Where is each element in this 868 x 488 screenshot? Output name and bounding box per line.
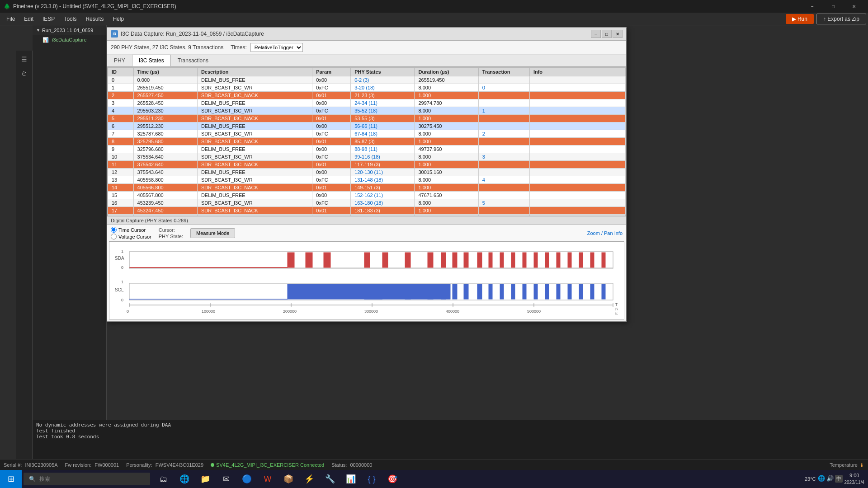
cell-phy[interactable]: 3-20 (18) (351, 84, 415, 92)
taskbar-explorer-icon[interactable]: 🗂 (154, 470, 174, 488)
menu-iesp[interactable]: IESP (38, 14, 59, 24)
taskbar-vscode-icon[interactable]: { } (362, 470, 382, 488)
cell-phy[interactable]: 21-23 (3) (351, 92, 415, 99)
taskbar-app-icon-3[interactable]: 🔧 (320, 470, 340, 488)
table-row[interactable]: 9 325796.680 DELIM_BUS_FREE 0x00 88-98 (… (108, 145, 626, 153)
menu-file[interactable]: File (2, 14, 19, 24)
taskbar-edge-icon[interactable]: 🌐 (175, 470, 194, 488)
times-dropdown[interactable]: RelativeToTrigger Absolute (250, 43, 303, 52)
time-cursor-radio[interactable] (111, 227, 117, 233)
cell-transaction[interactable]: 1 (478, 107, 529, 115)
cell-transaction[interactable] (478, 99, 529, 107)
taskbar-folder-icon[interactable]: 📁 (195, 470, 215, 488)
maximize-button[interactable]: □ (823, 0, 844, 13)
voltage-cursor-radio[interactable] (111, 234, 117, 239)
cell-phy[interactable]: 0-2 (3) (351, 76, 415, 84)
cell-phy[interactable]: 35-52 (18) (351, 107, 415, 115)
cell-transaction[interactable] (478, 122, 529, 130)
taskbar-mail-icon[interactable]: ✉ (216, 470, 236, 488)
time-cursor-option[interactable]: Time Cursor (111, 227, 151, 233)
search-bar[interactable]: 🔍 搜索 (24, 473, 150, 485)
digital-capture-header[interactable]: Digital Capture (PHY States 0-289) (107, 216, 626, 225)
taskbar-app-icon-1[interactable]: 📦 (278, 470, 298, 488)
table-row[interactable]: 4 295503.230 SDR_BCAST_I3C_WR 0xFC 35-52… (108, 107, 626, 115)
tab-transactions[interactable]: Transactions (171, 55, 215, 66)
taskbar-clock[interactable]: 9:00 2023/11/4 (844, 472, 865, 485)
cell-phy[interactable]: 56-66 (11) (351, 122, 415, 130)
cell-transaction[interactable] (478, 207, 529, 215)
cell-phy[interactable]: 120-130 (11) (351, 169, 415, 176)
cell-phy[interactable]: 67-84 (18) (351, 130, 415, 138)
taskbar-app-icon-5[interactable]: 🎯 (382, 470, 402, 488)
table-row[interactable]: 1 265519.450 SDR_BCAST_I3C_WR 0xFC 3-20 … (108, 84, 626, 92)
taskbar-app-icon-4[interactable]: 📊 (341, 470, 361, 488)
taskbar-app-icon-2[interactable]: ⚡ (299, 470, 319, 488)
cell-phy[interactable]: 53-55 (3) (351, 115, 415, 122)
cell-phy[interactable]: 152-162 (11) (351, 192, 415, 199)
cell-transaction[interactable]: 3 (478, 153, 529, 161)
export-zip-button[interactable]: ↑ Export as Zip (816, 14, 866, 24)
cell-phy[interactable]: 117-119 (3) (351, 161, 415, 169)
cell-transaction[interactable]: 2 (478, 130, 529, 138)
tab-i3c-states[interactable]: I3C States (132, 55, 171, 66)
menu-help[interactable]: Help (108, 14, 128, 24)
cell-transaction[interactable]: 4 (478, 176, 529, 184)
table-row[interactable]: 14 405566.800 SDR_BCAST_I3C_NACK 0x01 14… (108, 184, 626, 192)
cell-transaction[interactable] (478, 115, 529, 122)
cell-phy[interactable]: 88-98 (11) (351, 145, 415, 153)
cell-phy[interactable]: 131-148 (18) (351, 176, 415, 184)
table-row[interactable]: 12 375543.640 DELIM_BUS_FREE 0x00 120-13… (108, 169, 626, 176)
dialog-close-button[interactable]: ✕ (613, 30, 623, 38)
taskbar-sound-icon[interactable]: 🔊 (826, 475, 834, 483)
sidebar-capture-item[interactable]: 📊 i3cDataCapture (33, 35, 106, 45)
measure-mode-button[interactable]: Measure Mode (190, 228, 235, 238)
voltage-cursor-option[interactable]: Voltage Cursor (111, 234, 151, 239)
cell-phy[interactable]: 163-180 (18) (351, 199, 415, 207)
table-row[interactable]: 5 295511.230 SDR_BCAST_I3C_NACK 0x01 53-… (108, 115, 626, 122)
table-row[interactable]: 8 325795.680 SDR_BCAST_I3C_NACK 0x01 85-… (108, 138, 626, 145)
table-row[interactable]: 3 265528.450 DELIM_BUS_FREE 0x00 24-34 (… (108, 99, 626, 107)
zoom-pan-link[interactable]: Zoom / Pan Info (587, 230, 623, 236)
cell-transaction[interactable] (478, 169, 529, 176)
taskbar-chrome-icon[interactable]: 🔵 (237, 470, 257, 488)
cell-phy[interactable]: 149-151 (3) (351, 184, 415, 192)
table-row[interactable]: 2 265527.450 SDR_BCAST_I3C_NACK 0x01 21-… (108, 92, 626, 99)
cell-transaction[interactable] (478, 145, 529, 153)
table-row[interactable]: 11 375542.640 SDR_BCAST_I3C_NACK 0x01 11… (108, 161, 626, 169)
table-container[interactable]: ID Time (µs) Description Param PHY State… (107, 67, 626, 216)
cell-phy[interactable]: 85-87 (3) (351, 138, 415, 145)
cell-phy[interactable]: 24-34 (11) (351, 99, 415, 107)
dialog-maximize-button[interactable]: □ (602, 30, 612, 38)
sidebar-run-item[interactable]: ▼ Run_2023-11-04_0859 (33, 25, 106, 35)
table-row[interactable]: 16 453239.450 SDR_BCAST_I3C_WR 0xFC 163-… (108, 199, 626, 207)
tab-phy[interactable]: PHY (107, 55, 132, 66)
log-area[interactable]: No dynamic addresses were assigned durin… (33, 420, 868, 463)
cell-transaction[interactable]: 0 (478, 84, 529, 92)
menu-tools[interactable]: Tools (59, 14, 81, 24)
clock-icon[interactable]: ⏱ (18, 67, 31, 80)
cell-transaction[interactable] (478, 76, 529, 84)
taskbar-ime-icon[interactable]: 中 (835, 475, 843, 483)
table-row[interactable]: 0 0.000 DELIM_BUS_FREE 0x00 0-2 (3) 2655… (108, 76, 626, 84)
table-row[interactable]: 7 325787.680 SDR_BCAST_I3C_WR 0xFC 67-84… (108, 130, 626, 138)
table-row[interactable]: 15 405567.800 DELIM_BUS_FREE 0x00 152-16… (108, 192, 626, 199)
run-button[interactable]: ▶ Run (786, 14, 814, 24)
cell-transaction[interactable] (478, 161, 529, 169)
table-row[interactable]: 10 375534.640 SDR_BCAST_I3C_WR 0xFC 99-1… (108, 153, 626, 161)
cell-transaction[interactable] (478, 138, 529, 145)
table-row[interactable]: 17 453247.450 SDR_BCAST_I3C_NACK 0x01 18… (108, 207, 626, 215)
taskbar-network-icon[interactable]: 🌐 (818, 475, 825, 483)
start-button[interactable]: ⊞ (0, 470, 22, 488)
cell-phy[interactable]: 99-116 (18) (351, 153, 415, 161)
minimize-button[interactable]: − (802, 0, 823, 13)
cell-transaction[interactable] (478, 184, 529, 192)
dialog-minimize-button[interactable]: − (591, 30, 601, 38)
table-row[interactable]: 6 295512.230 DELIM_BUS_FREE 0x00 56-66 (… (108, 122, 626, 130)
cell-phy[interactable]: 181-183 (3) (351, 207, 415, 215)
taskbar-office-icon[interactable]: W (258, 470, 278, 488)
cell-transaction[interactable] (478, 192, 529, 199)
cell-transaction[interactable] (478, 92, 529, 99)
close-button[interactable]: ✕ (844, 0, 864, 13)
cell-transaction[interactable]: 5 (478, 199, 529, 207)
table-row[interactable]: 13 405558.800 SDR_BCAST_I3C_WR 0xFC 131-… (108, 176, 626, 184)
